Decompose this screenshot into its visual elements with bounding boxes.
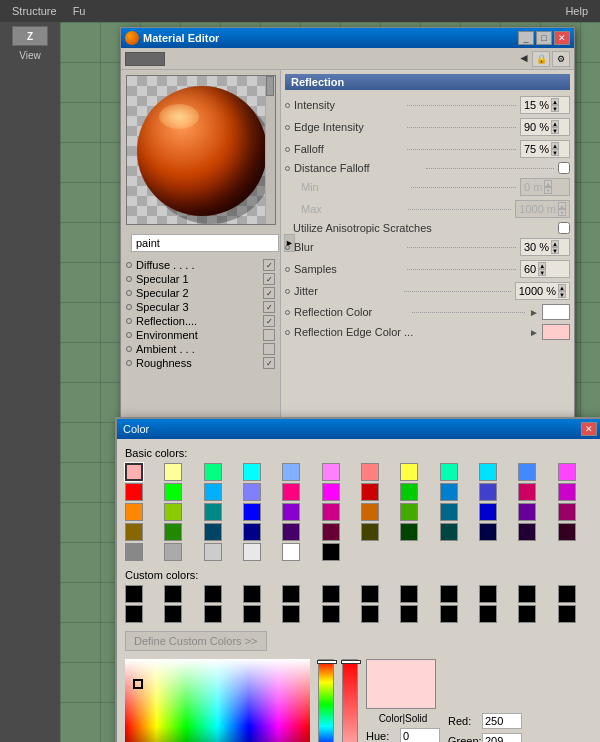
basic-swatch-43[interactable] (400, 523, 418, 541)
value-slider[interactable] (342, 659, 358, 742)
custom-swatch-15[interactable] (243, 605, 261, 623)
basic-swatch-8[interactable] (440, 463, 458, 481)
channel-check-specular1[interactable] (263, 273, 275, 285)
basic-swatch-33[interactable] (479, 503, 497, 521)
basic-swatch-53[interactable] (322, 543, 340, 561)
basic-swatch-19[interactable] (400, 483, 418, 501)
basic-swatch-27[interactable] (243, 503, 261, 521)
jitter-up[interactable]: ▲ (558, 284, 566, 291)
samples-down[interactable]: ▼ (538, 269, 546, 276)
basic-swatch-35[interactable] (558, 503, 576, 521)
basic-swatch-34[interactable] (518, 503, 536, 521)
samples-up[interactable]: ▲ (538, 262, 546, 269)
red-input[interactable] (482, 713, 522, 729)
basic-swatch-5[interactable] (322, 463, 340, 481)
basic-swatch-15[interactable] (243, 483, 261, 501)
color-gradient-container[interactable] (125, 659, 310, 742)
custom-swatch-13[interactable] (164, 605, 182, 623)
anisotropic-checkbox[interactable] (558, 222, 570, 234)
me-settings-btn[interactable]: ⚙ (552, 51, 570, 67)
minimize-button[interactable]: _ (518, 31, 534, 45)
custom-swatch-23[interactable] (558, 605, 576, 623)
basic-swatch-20[interactable] (440, 483, 458, 501)
basic-swatch-49[interactable] (164, 543, 182, 561)
value-thumb[interactable] (341, 660, 361, 664)
custom-swatch-3[interactable] (243, 585, 261, 603)
basic-swatch-4[interactable] (282, 463, 300, 481)
custom-swatch-10[interactable] (518, 585, 536, 603)
reflection-color-swatch[interactable] (542, 304, 570, 320)
edge-intensity-up[interactable]: ▲ (551, 120, 559, 127)
channel-check-specular2[interactable] (263, 287, 275, 299)
custom-swatch-7[interactable] (400, 585, 418, 603)
green-input[interactable] (482, 733, 522, 742)
custom-swatch-16[interactable] (282, 605, 300, 623)
basic-swatch-13[interactable] (164, 483, 182, 501)
basic-swatch-0[interactable] (125, 463, 143, 481)
hue-thumb[interactable] (317, 660, 337, 664)
basic-swatch-28[interactable] (282, 503, 300, 521)
basic-swatch-7[interactable] (400, 463, 418, 481)
custom-swatch-4[interactable] (282, 585, 300, 603)
channel-check-environment[interactable] (263, 329, 275, 341)
menu-item-fu[interactable]: Fu (65, 5, 94, 17)
basic-swatch-36[interactable] (125, 523, 143, 541)
custom-swatch-20[interactable] (440, 605, 458, 623)
define-custom-button[interactable]: Define Custom Colors >> (125, 631, 267, 651)
basic-swatch-29[interactable] (322, 503, 340, 521)
jitter-down[interactable]: ▼ (558, 291, 566, 298)
custom-swatch-11[interactable] (558, 585, 576, 603)
reflection-edge-color-swatch[interactable] (542, 324, 570, 340)
basic-swatch-39[interactable] (243, 523, 261, 541)
falloff-down[interactable]: ▼ (551, 149, 559, 156)
custom-swatch-0[interactable] (125, 585, 143, 603)
basic-swatch-23[interactable] (558, 483, 576, 501)
channel-check-roughness[interactable] (263, 357, 275, 369)
intensity-down[interactable]: ▼ (551, 105, 559, 112)
min-down[interactable]: ▼ (544, 187, 552, 194)
basic-swatch-6[interactable] (361, 463, 379, 481)
channel-check-diffuse[interactable] (263, 259, 275, 271)
basic-swatch-47[interactable] (558, 523, 576, 541)
basic-swatch-2[interactable] (204, 463, 222, 481)
material-name-input[interactable] (131, 234, 279, 252)
hue-input[interactable] (400, 728, 440, 742)
me-lock-btn[interactable]: 🔒 (532, 51, 550, 67)
edge-intensity-down[interactable]: ▼ (551, 127, 559, 134)
color-dialog-close[interactable]: ✕ (581, 422, 597, 436)
max-down[interactable]: ▼ (558, 209, 566, 216)
custom-swatch-6[interactable] (361, 585, 379, 603)
scroll-thumb[interactable] (266, 76, 274, 96)
basic-swatch-50[interactable] (204, 543, 222, 561)
blur-down[interactable]: ▼ (551, 247, 559, 254)
basic-swatch-48[interactable] (125, 543, 143, 561)
basic-swatch-21[interactable] (479, 483, 497, 501)
intensity-up[interactable]: ▲ (551, 98, 559, 105)
basic-swatch-1[interactable] (164, 463, 182, 481)
basic-swatch-26[interactable] (204, 503, 222, 521)
close-button[interactable]: ✕ (554, 31, 570, 45)
basic-swatch-10[interactable] (518, 463, 536, 481)
blur-up[interactable]: ▲ (551, 240, 559, 247)
basic-swatch-31[interactable] (400, 503, 418, 521)
falloff-up[interactable]: ▲ (551, 142, 559, 149)
basic-swatch-25[interactable] (164, 503, 182, 521)
maximize-button[interactable]: □ (536, 31, 552, 45)
custom-swatch-9[interactable] (479, 585, 497, 603)
min-up[interactable]: ▲ (544, 180, 552, 187)
custom-swatch-14[interactable] (204, 605, 222, 623)
channel-check-reflection[interactable] (263, 315, 275, 327)
custom-swatch-22[interactable] (518, 605, 536, 623)
custom-swatch-19[interactable] (400, 605, 418, 623)
hue-slider[interactable] (318, 659, 334, 742)
basic-swatch-30[interactable] (361, 503, 379, 521)
toolbar-button-z[interactable]: Z (12, 26, 48, 46)
basic-swatch-9[interactable] (479, 463, 497, 481)
custom-swatch-8[interactable] (440, 585, 458, 603)
menu-item-structure[interactable]: Structure (4, 5, 65, 17)
basic-swatch-51[interactable] (243, 543, 261, 561)
basic-swatch-46[interactable] (518, 523, 536, 541)
basic-swatch-44[interactable] (440, 523, 458, 541)
basic-swatch-12[interactable] (125, 483, 143, 501)
custom-swatch-5[interactable] (322, 585, 340, 603)
